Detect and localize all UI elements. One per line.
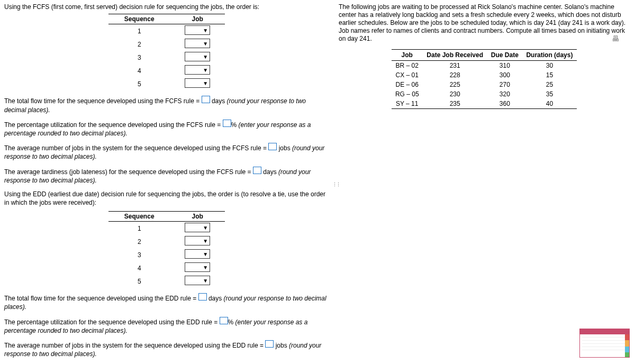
text: The percentage utilization for the seque… [4, 121, 223, 129]
caret-down-icon: ▼ [203, 238, 208, 244]
cell: 300 [487, 70, 522, 80]
fcfs-avg-jobs-question: The average number of jobs in the system… [4, 143, 329, 161]
seq-num: 5 [108, 275, 170, 288]
cell: CX – 01 [392, 70, 422, 80]
table-row: CX – 0122830015 [392, 70, 577, 80]
job-col-header: Job [170, 14, 225, 24]
edd-flow-time-input[interactable] [198, 293, 207, 301]
edd-job-select-4[interactable]: ▼ [185, 262, 210, 272]
cell: 310 [487, 61, 522, 71]
fcfs-job-select-4[interactable]: ▼ [185, 65, 210, 75]
fcfs-flow-time-input[interactable] [202, 96, 210, 103]
seq-num: 1 [108, 222, 170, 235]
cell: 230 [422, 89, 487, 99]
table-row: SY – 1123536040 [392, 99, 577, 109]
fcfs-flow-time-question: The total flow time for the sequence dev… [4, 96, 329, 114]
thumbnail-preview[interactable] [579, 329, 630, 358]
cell: 235 [422, 99, 487, 109]
fcfs-avg-jobs-input[interactable] [268, 143, 277, 150]
cell: BR – 02 [392, 61, 422, 71]
seq-num: 2 [108, 38, 170, 51]
cell: 225 [422, 80, 487, 89]
edd-sequence-table: Sequence Job 1▼ 2▼ 3▼ 4▼ 5▼ [108, 211, 225, 288]
fcfs-job-select-3[interactable]: ▼ [185, 52, 210, 61]
seq-num: 5 [108, 77, 170, 90]
seq-num: 3 [108, 248, 170, 261]
fcfs-job-select-1[interactable]: ▼ [185, 25, 210, 35]
text: days [207, 295, 224, 302]
edd-job-select-5[interactable]: ▼ [185, 276, 210, 285]
text: jobs [277, 144, 292, 152]
table-row: DE – 0622527025 [392, 80, 577, 89]
text: days [261, 168, 278, 176]
cell: 228 [422, 70, 487, 80]
caret-down-icon: ▼ [203, 251, 208, 257]
th-due: Due Date [487, 50, 522, 61]
text: The average number of jobs in the system… [4, 144, 268, 152]
edd-job-select-2[interactable]: ▼ [185, 236, 210, 245]
caret-down-icon: ▼ [203, 41, 208, 47]
cell: 231 [422, 61, 487, 71]
edd-avg-jobs-question: The average number of jobs in the system… [4, 340, 329, 358]
fcfs-heading: Using the FCFS (first come, first served… [4, 3, 329, 11]
edd-utilization-question: The percentage utilization for the seque… [4, 317, 329, 335]
text: The average tardiness (job lateness) for… [4, 168, 253, 176]
text: % [231, 121, 239, 129]
edd-utilization-input[interactable] [220, 317, 228, 324]
cell: 270 [487, 80, 522, 89]
cell: 30 [522, 61, 577, 71]
text: jobs [274, 342, 289, 349]
problem-description: The following jobs are waiting to be pro… [339, 3, 630, 43]
fcfs-job-select-2[interactable]: ▼ [185, 39, 210, 48]
text: days [210, 97, 227, 105]
job-data-table: Job Date Job Received Due Date Duration … [392, 49, 577, 109]
cell: SY – 11 [392, 99, 422, 109]
fcfs-utilization-input[interactable] [223, 120, 231, 127]
th-received: Date Job Received [422, 50, 487, 61]
fcfs-tardiness-input[interactable] [253, 167, 261, 174]
caret-down-icon: ▼ [203, 28, 208, 33]
cell: 360 [487, 99, 522, 109]
cell: 25 [522, 80, 577, 89]
caret-down-icon: ▼ [203, 80, 208, 86]
cell: RG – 05 [392, 89, 422, 99]
fcfs-tardiness-question: The average tardiness (job lateness) for… [4, 167, 329, 185]
caret-down-icon: ▼ [203, 225, 208, 231]
cell: 15 [522, 70, 577, 80]
edd-flow-time-question: The total flow time for the sequence dev… [4, 293, 329, 311]
caret-down-icon: ▼ [203, 54, 208, 60]
cell: 320 [487, 89, 522, 99]
cell: 35 [522, 89, 577, 99]
pane-divider-handle[interactable]: ⋮⋮ [332, 180, 340, 189]
seq-num: 3 [108, 51, 170, 64]
fcfs-sequence-table: Sequence Job 1▼ 2▼ 3▼ 4▼ 5▼ [108, 14, 225, 90]
edd-job-select-3[interactable]: ▼ [185, 249, 210, 259]
cell: DE – 06 [392, 80, 422, 89]
seq-col-header: Sequence [108, 14, 170, 24]
text: % [228, 319, 235, 326]
th-job: Job [392, 50, 422, 61]
text: The total flow time for the sequence dev… [4, 295, 198, 302]
cell: 40 [522, 99, 577, 109]
seq-num: 1 [108, 24, 170, 38]
edd-avg-jobs-input[interactable] [265, 340, 274, 348]
caret-down-icon: ▼ [203, 278, 208, 284]
caret-down-icon: ▼ [203, 265, 208, 270]
text: The total flow time for the sequence dev… [4, 97, 202, 105]
fcfs-utilization-question: The percentage utilization for the seque… [4, 120, 329, 138]
edd-heading: Using the EDD (earliest due date) decisi… [4, 190, 329, 207]
table-row: BR – 0223131030 [392, 61, 577, 71]
seq-col-header: Sequence [108, 212, 170, 222]
text: The percentage utilization for the seque… [4, 319, 220, 326]
job-col-header: Job [170, 212, 225, 222]
print-icon[interactable]: 🖶 [612, 34, 619, 43]
th-duration: Duration (days) [522, 50, 577, 61]
table-row: RG – 0523032035 [392, 89, 577, 99]
fcfs-job-select-5[interactable]: ▼ [185, 78, 210, 88]
edd-job-select-1[interactable]: ▼ [185, 223, 210, 232]
seq-num: 4 [108, 64, 170, 77]
text: The average number of jobs in the system… [4, 342, 265, 349]
seq-num: 2 [108, 235, 170, 248]
seq-num: 4 [108, 261, 170, 275]
caret-down-icon: ▼ [203, 67, 208, 73]
